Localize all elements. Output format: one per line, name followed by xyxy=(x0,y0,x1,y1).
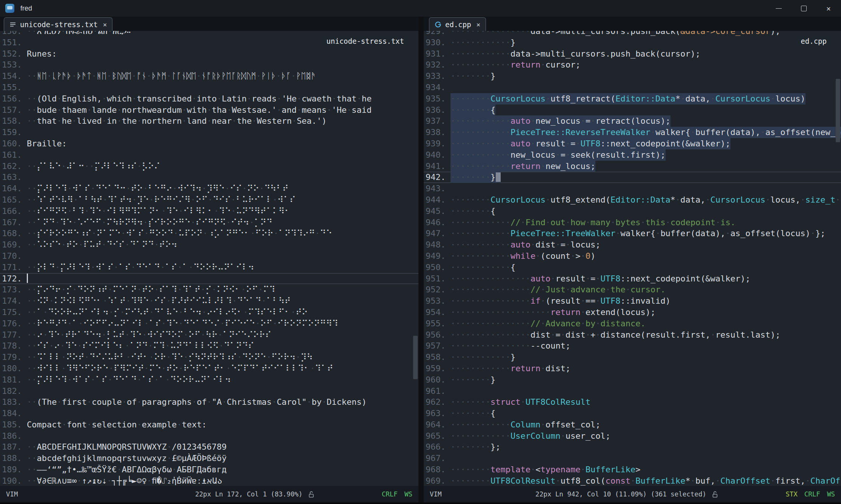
code-line[interactable]: 945.········{ xyxy=(424,206,841,217)
code-line[interactable]: 953.················if·(result·==·UTF8::… xyxy=(424,295,841,307)
code-line[interactable]: 939.············auto·result·=·UTF8::next… xyxy=(424,138,841,149)
code-line[interactable]: 942.········} xyxy=(424,172,841,183)
code-line[interactable]: 169.··⠡⠕⠎⠑·⠞⠕·⠏⠥⠞·⠙⠊⠎·⠙⠁⠝⠙·⠞⠕⠲ xyxy=(0,239,418,250)
code-line[interactable]: 155. xyxy=(0,82,418,93)
code-line[interactable]: 175.··⠁·⠙⠕⠕⠗⠤⠝⠁⠊⠇⠲·⡊·⠍⠊⠣⠞·⠙⠁⠧⠑·⠃⠑⠲·⠔⠊⠇⠔⠫… xyxy=(0,307,418,318)
code-line[interactable]: 173.··⡍⠔⠙⠖·⡊·⠙⠕⠝⠰⠞·⠍⠑⠁⠝·⠞⠕·⠎⠁⠹·⠹⠁⠞·⡊·⠅⠝⠪… xyxy=(0,284,418,295)
code-line[interactable]: 936.········{ xyxy=(424,104,841,116)
maximize-button[interactable] xyxy=(791,0,816,17)
cursor-position-indicator[interactable]: 22px Ln 942, Col 10 (11.09%) (361 select… xyxy=(535,490,706,498)
code-line[interactable]: 159. xyxy=(0,127,418,138)
scrollbar-thumb[interactable] xyxy=(836,79,840,143)
code-line[interactable]: 955.················//·Advance·by·distan… xyxy=(424,318,841,329)
code-line[interactable]: 178.··⠊⠎·⠔·⠹⠑·⠎⠊⠍⠊⠇⠑⠆·⠁⠝⠙·⠍⠹·⠥⠝⠙⠁⠇⠇⠪⠫·⠙⠁… xyxy=(0,340,418,352)
code-line[interactable]: 957.················--count; xyxy=(424,340,841,352)
tab-unicode-stress-txt[interactable]: unicode-stress.txt ✕ xyxy=(4,17,112,31)
code-line[interactable]: 937.············auto·new_locus·=·retract… xyxy=(424,115,841,127)
pane-divider[interactable] xyxy=(418,17,424,504)
code-line[interactable]: 947.············PieceTree::TreeWalker·wa… xyxy=(424,228,841,239)
code-line[interactable]: 181.··⡍⠜⠇⠑⠹·⠺⠁⠎·⠁⠎·⠙⠑⠁⠙·⠁⠎·⠁·⠙⠕⠕⠗⠤⠝⠁⠊⠇⠲ xyxy=(0,374,418,386)
code-line[interactable]: 932.············return·cursor; xyxy=(424,59,841,71)
tab-close-icon[interactable]: ✕ xyxy=(103,21,107,28)
code-line[interactable]: 954.····················return·extend(lo… xyxy=(424,307,841,318)
code-line[interactable]: 931.············data->multi_cursors.push… xyxy=(424,48,841,60)
code-line[interactable]: 165.··⠱⠁⠞⠑⠧⠻·⠁⠃⠳⠞·⠹⠁⠞⠲·⡹⠑·⠗⠑⠛⠊⠌⠻·⠕⠋·⠙⠊⠎·… xyxy=(0,194,418,206)
code-line[interactable]: 187.··ABCDEFGHIJKLMNOPQRSTUVWXYZ·/012345… xyxy=(0,441,418,453)
code-line[interactable]: 956.················dist·=·dist·+·distan… xyxy=(424,329,841,341)
code-line[interactable]: 152.Runes: xyxy=(0,48,418,60)
code-line[interactable]: 929.················data->multi_cursors.… xyxy=(424,31,841,37)
code-line[interactable]: 166.··⠎⠊⠛⠝⠫·⠃⠹·⠹⠑·⠊⠇⠻⠛⠹⠍⠁⠝⠂·⠹⠑·⠊⠇⠻⠅⠂·⠹⠑·… xyxy=(0,206,418,217)
code-line[interactable]: 177.··⠔·⠹⠑·⠞⠗⠁⠙⠑⠲·⡃⠥⠞·⠹⠑·⠺⠊⠎⠙⠕⠍·⠕⠋·⠳⠗·⠁⠝… xyxy=(0,329,418,341)
code-line[interactable]: 946.············//·Find·out·how·many·byt… xyxy=(424,217,841,228)
code-line[interactable]: 950.············{ xyxy=(424,262,841,273)
code-line[interactable]: 964.············Column·offset_col; xyxy=(424,419,841,430)
code-line[interactable]: 959.············return·dist; xyxy=(424,363,841,374)
code-line[interactable]: 176.··⠗⠑⠛⠜⠙·⠁·⠊⠕⠋⠋⠔⠤⠝⠁⠊⠇·⠁⠎·⠹⠑·⠙⠑⠁⠙⠑⠌·⠏⠊… xyxy=(0,318,418,329)
close-button[interactable]: ✕ xyxy=(816,0,841,17)
code-line[interactable]: 190.··∀∂∈ℝ∧∪≡∞·↑↗↨↻⇣·┐┼╔╘►☺♀·ﬁ�⑀₂ἠḂӥẄɐː⍎… xyxy=(0,475,418,486)
code-line[interactable]: 968.········template·<typename·BufferLik… xyxy=(424,464,841,475)
code-line[interactable]: 962.········struct·UTF8ColResult xyxy=(424,396,841,408)
code-line[interactable]: 965.············UserColumn·user_col; xyxy=(424,430,841,442)
code-line[interactable]: 164.··⡍⠜⠇⠑⠹·⠺⠁⠎·⠙⠑⠁⠙⠒·⠞⠕·⠃⠑⠛⠔·⠺⠊⠹⠲·⡹⠻⠑·⠊… xyxy=(0,183,418,194)
scrollbar-thumb[interactable] xyxy=(413,336,418,379)
code-line[interactable]: 963.········{ xyxy=(424,408,841,419)
code-line[interactable]: 961. xyxy=(424,386,841,397)
code-line[interactable]: 935.········CursorLocus·utf8_retract(Edi… xyxy=(424,93,841,104)
eol-indicator[interactable]: CRLF xyxy=(382,490,398,498)
code-line[interactable]: 938.············PieceTree::ReverseTreeWa… xyxy=(424,127,841,138)
code-line[interactable]: 157.··bude·thaem·lande·northweardum·with… xyxy=(0,104,418,116)
code-line[interactable]: 171.··⡕⠇⠙·⡍⠜⠇⠑⠹·⠺⠁⠎·⠁⠎·⠙⠑⠁⠙·⠁⠎·⠁·⠙⠕⠕⠗⠤⠝⠁… xyxy=(0,262,418,273)
encoding-indicator[interactable]: STX xyxy=(786,490,798,498)
code-line[interactable]: 943. xyxy=(424,183,841,194)
code-line[interactable]: 160.Braille: xyxy=(0,138,418,149)
code-line[interactable]: 934. xyxy=(424,82,841,93)
code-line[interactable]: 188.··abcdefghijklmnopqrstuvwxyz·£©µÀÆÖÞ… xyxy=(0,453,418,464)
code-line[interactable]: 161. xyxy=(0,149,418,161)
code-line[interactable]: 158.··that·he·lived·in·the·northern·land… xyxy=(0,115,418,127)
tab-ed-cpp[interactable]: ed.cpp ✕ xyxy=(429,17,486,31)
cursor-position-indicator[interactable]: 22px Ln 172, Col 1 (83.90%) xyxy=(195,490,302,498)
vim-mode-indicator[interactable]: VIM xyxy=(6,490,18,498)
code-line[interactable]: 183.··(The·first·couple·of·paragraphs·of… xyxy=(0,396,418,408)
code-line[interactable]: 966.········}; xyxy=(424,441,841,453)
code-line[interactable]: 189.··–—‘“”„†•…‰™œŠŸž€·ΑΒΓΔΩαβγδω·АБВГДа… xyxy=(0,464,418,475)
code-line[interactable]: 969.········UTF8ColResult·utf8_col(const… xyxy=(424,475,841,486)
editor-pane-unicode-stress[interactable]: 150.··እግርህን·በፍራሽህ·ልክ·ዘርጋ።151.152.Runes:1… xyxy=(0,31,418,486)
whitespace-indicator[interactable]: WS xyxy=(404,490,412,498)
unlocked-icon[interactable] xyxy=(712,491,718,498)
code-line[interactable]: 180.··⠺⠊⠇⠇·⠹⠻⠑⠋⠕⠗⠑·⠏⠻⠍⠊⠞·⠍⠑·⠞⠕·⠗⠑⠏⠑⠁⠞⠂·⠑… xyxy=(0,363,418,374)
code-line[interactable]: 949.············while·(count·>·0) xyxy=(424,250,841,262)
code-line[interactable]: 163. xyxy=(0,172,418,183)
unlocked-icon[interactable] xyxy=(308,491,315,498)
whitespace-indicator[interactable]: WS xyxy=(827,490,835,498)
code-line[interactable]: 179.··⠩⠁⠇⠇·⠝⠕⠞·⠙⠊⠌⠥⠗⠃·⠊⠞⠂·⠕⠗·⠹⠑·⡊⠳⠝⠞⠗⠹⠰⠎… xyxy=(0,352,418,363)
eol-indicator[interactable]: CRLF xyxy=(804,490,820,498)
scrollbar[interactable] xyxy=(413,31,418,486)
code-line[interactable]: 952.················//·Just·advance·the·… xyxy=(424,284,841,295)
editor-pane-ed-cpp[interactable]: 929.················data->multi_cursors.… xyxy=(424,31,841,486)
code-line[interactable]: 948.············auto·dist·=·locus; xyxy=(424,239,841,250)
code-line[interactable]: 967. xyxy=(424,453,841,464)
code-line[interactable]: 156.··(Old·English,·which·transcribed·in… xyxy=(0,93,418,104)
code-line[interactable]: 174.··⠪⠝·⠅⠝⠪⠇⠫⠛⠑⠂·⠱⠁⠞·⠹⠻⠑·⠊⠎·⠏⠜⠞⠊⠊⠥⠇⠜⠇⠹·… xyxy=(0,295,418,307)
code-line[interactable]: 167.··⠁⠝⠙·⠹⠑·⠡⠊⠑⠋·⠍⠳⠗⠝⠻⠲·⡎⠊⠗⠕⠕⠛⠑·⠎⠊⠛⠝⠫·⠊… xyxy=(0,217,418,228)
code-line[interactable]: 941.············return·new_locus; xyxy=(424,161,841,172)
code-line[interactable]: 960.········} xyxy=(424,374,841,386)
tab-close-icon[interactable]: ✕ xyxy=(477,21,480,28)
minimize-button[interactable] xyxy=(766,0,791,17)
code-line[interactable]: 168.··⡎⠊⠗⠕⠕⠛⠑⠰⠎·⠝⠁⠍⠑·⠺⠁⠎·⠛⠕⠕⠙·⠥⠏⠕⠝·⠰⡡⠁⠝⠛… xyxy=(0,228,418,239)
code-line[interactable]: 940.············new_locus·=·seek(result.… xyxy=(424,149,841,161)
code-line[interactable]: 184. xyxy=(0,408,418,419)
code-line[interactable]: 182. xyxy=(0,386,418,397)
code-line[interactable]: 186. xyxy=(0,430,418,442)
vim-mode-indicator[interactable]: VIM xyxy=(430,490,442,498)
code-line[interactable]: 154.··ᚻᛖ·ᚳᚹᚫᚦ·ᚦᚫᛏ·ᚻᛖ·ᛒᚢᛞᛖ·ᚩᚾ·ᚦᚫᛗ·ᛚᚪᚾᛞᛖ·ᚾ… xyxy=(0,71,418,82)
code-line[interactable]: 951.················auto·result·=·UTF8::… xyxy=(424,273,841,284)
code-line[interactable]: 172. xyxy=(0,273,418,284)
code-line[interactable]: 170. xyxy=(0,250,418,262)
code-line[interactable]: 162.··⡌⠁⠧⠑·⠼⠁⠒··⡍⠜⠇⠑⠹⠰⠎·⡣⠕⠌ xyxy=(0,161,418,172)
code-line[interactable]: 958.············} xyxy=(424,352,841,363)
scrollbar[interactable] xyxy=(836,31,840,486)
